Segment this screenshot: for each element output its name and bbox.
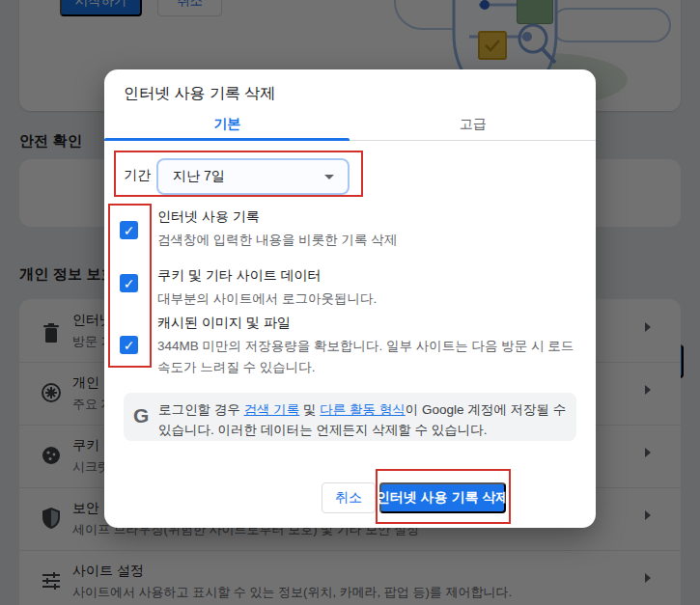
dropdown-arrow-icon	[324, 175, 334, 179]
tab-basic[interactable]: 기본	[104, 108, 350, 140]
checkbox-browsing-history[interactable]: ✓	[120, 221, 138, 239]
time-range-label: 기간	[124, 167, 151, 184]
dialog-tabbar: 기본 고급	[104, 108, 596, 141]
checkbox-cached-files[interactable]: ✓	[120, 336, 138, 354]
checkbox-label: 인터넷 사용 기록	[157, 208, 260, 226]
note-part2: 및	[299, 402, 320, 417]
signin-note-text: 로그인할 경우 검색 기록 및 다른 활동 형식이 Google 계정에 저장될…	[158, 399, 569, 440]
clear-data-button[interactable]: 인터넷 사용 기록 삭제	[379, 482, 506, 513]
checkbox-cookies[interactable]: ✓	[120, 274, 138, 292]
dialog-title: 인터넷 사용 기록 삭제	[124, 84, 275, 104]
note-part1: 로그인할 경우	[158, 402, 244, 417]
checkbox-description: 344MB 미만의 저장용량을 확보합니다. 일부 사이트는 다음 방문 시 로…	[157, 336, 582, 378]
clear-browsing-data-dialog: 인터넷 사용 기록 삭제 기본 고급 기간 지난 7일 ✓ 인터넷 사용 기록 …	[104, 69, 596, 528]
other-activity-link[interactable]: 다른 활동 형식	[320, 402, 406, 417]
tab-advanced[interactable]: 고급	[350, 108, 597, 140]
active-tab-underline	[104, 138, 350, 141]
search-history-link[interactable]: 검색 기록	[244, 402, 300, 417]
checkbox-label: 쿠키 및 기타 사이트 데이터	[157, 267, 322, 285]
signin-note-box: G 로그인할 경우 검색 기록 및 다른 활동 형식이 Google 계정에 저…	[124, 393, 576, 441]
note-line2: 습니다. 이러한 데이터는 언제든지 삭제할 수 있습니다.	[172, 423, 488, 437]
time-range-value: 지난 7일	[173, 168, 225, 185]
checkbox-label: 캐시된 이미지 및 파일	[157, 315, 291, 332]
checkbox-description: 검색창에 입력한 내용을 비롯한 기록 삭제	[157, 230, 582, 251]
checkbox-description: 대부분의 사이트에서 로그아웃됩니다.	[157, 289, 582, 310]
google-g-icon: G	[133, 404, 149, 427]
check-icon: ✓	[124, 338, 135, 353]
dialog-cancel-button[interactable]: 취소	[322, 482, 376, 513]
time-range-select[interactable]: 지난 7일	[156, 158, 350, 195]
check-icon: ✓	[124, 276, 135, 291]
check-icon: ✓	[124, 223, 135, 238]
